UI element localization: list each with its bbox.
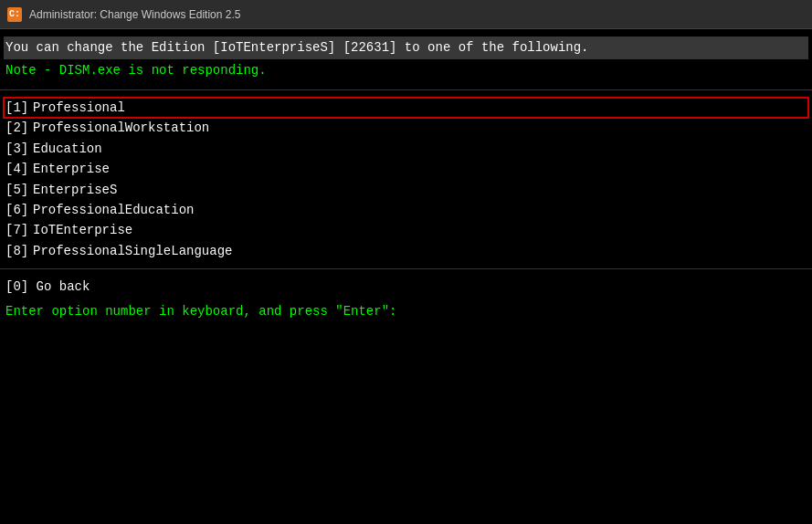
option-item[interactable]: [5] EnterpriseS: [4, 180, 808, 200]
option-number: [6]: [5, 200, 33, 220]
option-item[interactable]: [1] Professional: [4, 98, 808, 118]
option-number: [2]: [5, 118, 33, 138]
option-label: Professional: [33, 98, 125, 118]
option-number: [5]: [5, 180, 33, 200]
window-title: Administrator: Change Windows Edition 2.…: [29, 8, 240, 21]
option-label: ProfessionalEducation: [33, 200, 194, 220]
option-item[interactable]: [4] Enterprise: [4, 159, 808, 179]
option-item[interactable]: [2] ProfessionalWorkstation: [4, 118, 808, 138]
console-area: You can change the Edition [IoTEnterpris…: [0, 29, 812, 524]
option-number: [1]: [5, 98, 33, 118]
info-line: You can change the Edition [IoTEnterpris…: [4, 37, 808, 59]
option-number: [7]: [5, 220, 33, 240]
option-label: EnterpriseS: [33, 180, 117, 200]
option-item[interactable]: [7] IoTEnterprise: [4, 220, 808, 240]
note-line: Note - DISM.exe is not responding.: [4, 59, 808, 82]
option-label: Education: [33, 139, 102, 159]
option-number: [4]: [5, 159, 33, 179]
option-number: [8]: [5, 241, 33, 261]
option-item[interactable]: [3] Education: [4, 139, 808, 159]
info-section: You can change the Edition [IoTEnterpris…: [0, 29, 812, 90]
option-number: [3]: [5, 139, 33, 159]
option-item[interactable]: [6] ProfessionalEducation: [4, 200, 808, 220]
option-label: ProfessionalWorkstation: [33, 118, 209, 138]
title-bar: C: Administrator: Change Windows Edition…: [0, 0, 812, 29]
option-label: IoTEnterprise: [33, 220, 132, 240]
go-back-item[interactable]: [0] Go back: [4, 277, 808, 297]
option-label: ProfessionalSingleLanguage: [33, 241, 232, 261]
app-icon: C:: [7, 7, 22, 22]
prompt-line: Enter option number in keyboard, and pre…: [4, 301, 808, 321]
bottom-section: [0] Go back Enter option number in keybo…: [0, 269, 812, 329]
option-item[interactable]: [8] ProfessionalSingleLanguage: [4, 241, 808, 261]
options-section: [1] Professional[2] ProfessionalWorkstat…: [0, 90, 812, 269]
option-label: Enterprise: [33, 159, 110, 179]
